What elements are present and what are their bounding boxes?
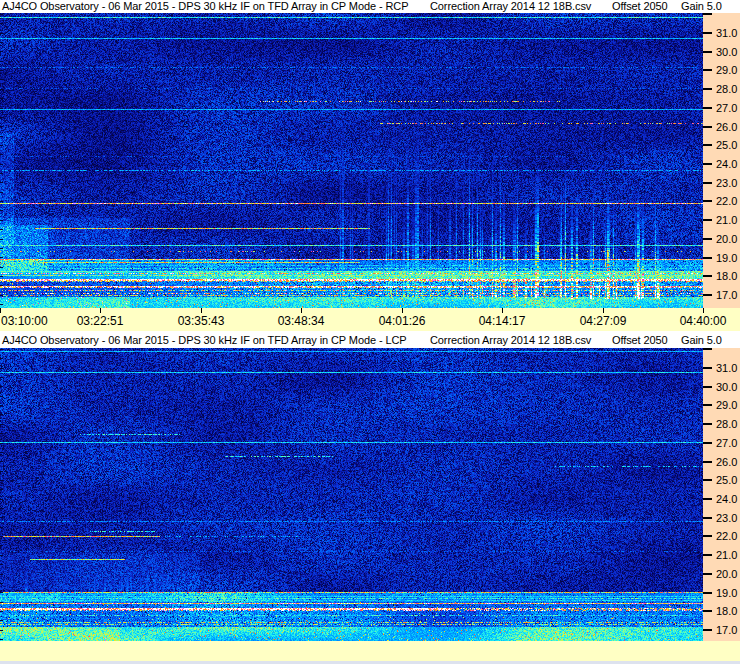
frequency-tick <box>703 126 712 128</box>
time-tick <box>100 308 101 313</box>
frequency-tick <box>703 69 712 71</box>
spectrogram-canvas-rcp <box>0 13 703 308</box>
frequency-tick-label: 19.0 <box>716 588 737 599</box>
frequency-tick <box>703 610 712 612</box>
time-tick <box>402 308 403 313</box>
frequency-scale-lcp: 31.030.029.028.027.026.025.024.023.022.0… <box>703 348 740 641</box>
frequency-tick <box>703 629 712 631</box>
frequency-tick-label: 26.0 <box>716 457 737 468</box>
time-tick-label: 04:40:00 <box>680 315 727 327</box>
frequency-tick <box>703 275 712 277</box>
frequency-tick-label: 25.0 <box>716 140 737 151</box>
frequency-tick <box>703 423 712 425</box>
frequency-tick-label: 22.0 <box>716 531 737 542</box>
frequency-tick-label: 23.0 <box>716 513 737 524</box>
time-axis: 03:10:0003:22:5103:35:4303:48:3404:01:26… <box>0 308 740 331</box>
frequency-tick-label: 31.0 <box>716 28 737 39</box>
frequency-tick-label: 24.0 <box>716 494 737 505</box>
frequency-tick <box>703 182 712 184</box>
time-tick <box>301 308 302 313</box>
time-axis-clipped <box>0 641 740 661</box>
frequency-tick <box>703 219 712 221</box>
frequency-tick <box>703 107 712 109</box>
frequency-tick <box>703 32 712 34</box>
frequency-tick <box>703 386 712 388</box>
frequency-tick-label: 28.0 <box>716 419 737 430</box>
frequency-tick <box>703 200 712 202</box>
frequency-tick-label: 21.0 <box>716 550 737 561</box>
frequency-tick-label: 17.0 <box>716 625 737 636</box>
frequency-tick-label: 30.0 <box>716 382 737 393</box>
frequency-tick <box>703 238 712 240</box>
frequency-tick <box>703 88 712 90</box>
frequency-tick <box>703 498 712 500</box>
frequency-tick <box>703 461 712 463</box>
frequency-tick-label: 30.0 <box>716 47 737 58</box>
frequency-tick <box>703 479 712 481</box>
frequency-tick-label: 21.0 <box>716 215 737 226</box>
frequency-tick <box>703 13 712 15</box>
frequency-tick-label: 27.0 <box>716 103 737 114</box>
frequency-tick-label: 22.0 <box>716 196 737 207</box>
time-tick-label: 04:01:26 <box>379 315 426 327</box>
frequency-tick-label: 23.0 <box>716 178 737 189</box>
frequency-tick <box>703 535 712 537</box>
spectrogram-canvas-lcp <box>0 348 703 641</box>
frequency-tick <box>703 573 712 575</box>
frequency-tick-label: 20.0 <box>716 234 737 245</box>
frequency-tick-label: 26.0 <box>716 122 737 133</box>
panel-title-bar-lcp: AJ4CO Observatory - 06 Mar 2015 - DPS 30… <box>0 331 740 348</box>
frequency-tick-label: 18.0 <box>716 606 737 617</box>
frequency-tick <box>703 257 712 259</box>
panel-title-rcp: AJ4CO Observatory - 06 Mar 2015 - DPS 30… <box>2 1 408 12</box>
time-tick-label: 03:22:51 <box>77 315 124 327</box>
frequency-tick <box>703 517 712 519</box>
offset-label: Offset 2050 <box>612 335 668 346</box>
frequency-tick-label: 18.0 <box>716 271 737 282</box>
frequency-tick-label: 19.0 <box>716 253 737 264</box>
time-tick <box>0 308 1 313</box>
frequency-tick <box>703 592 712 594</box>
time-tick <box>502 308 503 313</box>
frequency-tick <box>703 404 712 406</box>
frequency-tick <box>703 163 712 165</box>
panel-title-lcp: AJ4CO Observatory - 06 Mar 2015 - DPS 30… <box>2 335 407 346</box>
frequency-tick <box>703 554 712 556</box>
frequency-tick-label: 28.0 <box>716 84 737 95</box>
time-tick-label: 03:35:43 <box>178 315 225 327</box>
correction-file-label: Correction Array 2014 12 18B.csv <box>430 335 591 346</box>
frequency-tick <box>703 367 712 369</box>
frequency-tick-label: 20.0 <box>716 569 737 580</box>
gain-label: Gain 5.0 <box>681 335 722 346</box>
frequency-tick <box>703 294 712 296</box>
time-tick-label: 03:10:00 <box>1 315 48 327</box>
time-tick <box>201 308 202 313</box>
gain-label: Gain 5.0 <box>681 1 722 12</box>
time-tick <box>703 308 704 313</box>
correction-file-label: Correction Array 2014 12 18B.csv <box>430 1 591 12</box>
frequency-tick-label: 31.0 <box>716 363 737 374</box>
frequency-tick <box>703 348 712 350</box>
frequency-tick-label: 29.0 <box>716 65 737 76</box>
frequency-tick-label: 25.0 <box>716 475 737 486</box>
frequency-tick-label: 27.0 <box>716 438 737 449</box>
frequency-tick-label: 17.0 <box>716 290 737 301</box>
time-tick-label: 04:14:17 <box>479 315 526 327</box>
frequency-tick <box>703 51 712 53</box>
frequency-tick <box>703 144 712 146</box>
frequency-tick <box>703 442 712 444</box>
radio-sky-spectrograph-window: AJ4CO Observatory - 06 Mar 2015 - DPS 30… <box>0 0 740 664</box>
time-tick <box>603 308 604 313</box>
frequency-tick-label: 29.0 <box>716 400 737 411</box>
time-tick-label: 04:27:09 <box>580 315 627 327</box>
time-tick-label: 03:48:34 <box>278 315 325 327</box>
offset-label: Offset 2050 <box>612 1 668 12</box>
panel-title-bar-rcp: AJ4CO Observatory - 06 Mar 2015 - DPS 30… <box>0 0 740 13</box>
frequency-scale-rcp: 31.030.029.028.027.026.025.024.023.022.0… <box>703 13 740 308</box>
frequency-tick-label: 24.0 <box>716 159 737 170</box>
